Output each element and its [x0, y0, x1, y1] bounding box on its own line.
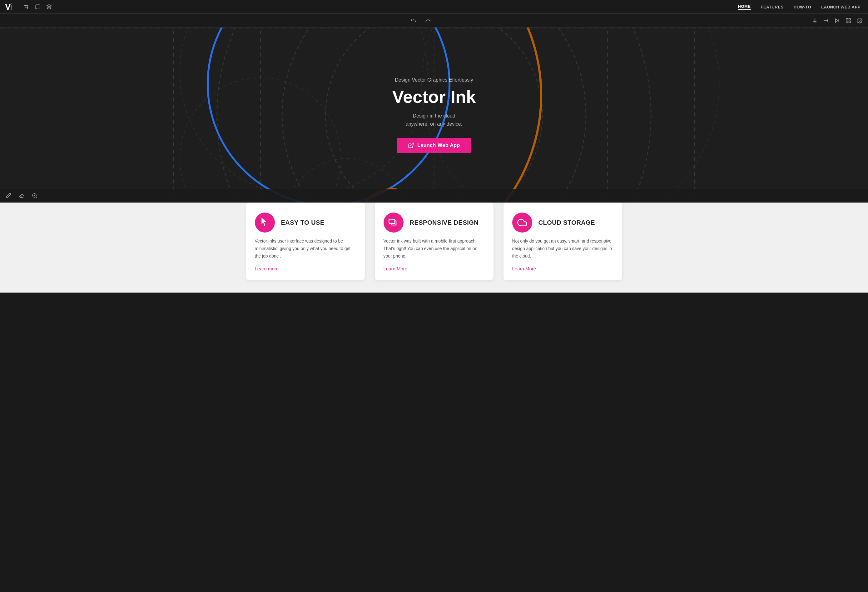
settings-icon[interactable] [856, 17, 863, 24]
svg-line-34 [410, 143, 413, 146]
feature-card-responsive: RESPONSIVE DESIGN Vector ink was built w… [375, 203, 493, 280]
main-nav: HOME FEATURES HOW-TO LAUNCH WEB APP [738, 0, 868, 14]
feature-title-responsive: RESPONSIVE DESIGN [410, 219, 479, 226]
hero-description: Design in the cloudanywhere, on any devi… [392, 112, 476, 128]
hero-content: Design Vector Graphics Effortlessly Vect… [392, 77, 476, 153]
cloud-icon-circle [512, 213, 532, 232]
launch-icon [408, 142, 414, 148]
toolbar2-right [811, 17, 863, 24]
nav-item-features[interactable]: FEATURES [761, 5, 784, 9]
crop-icon[interactable] [23, 3, 30, 10]
logo-v: V [5, 2, 10, 12]
nav-item-launch[interactable]: LAUNCH WEB APP [821, 5, 861, 9]
devices-icon [388, 218, 399, 228]
zoom-out-icon[interactable] [31, 192, 38, 199]
hero-section: Design Vector Graphics Effortlessly Vect… [0, 28, 868, 203]
easy-to-use-icon-circle [255, 213, 275, 232]
top-toolbar: Vi HOME FEATURES HOW-TO LAUNCH WEB APP [0, 0, 868, 14]
toolbar2-center [410, 17, 431, 24]
cloud-icon [517, 218, 527, 228]
feature-header-responsive: RESPONSIVE DESIGN [384, 213, 485, 232]
feature-card-easy-to-use: EASY TO USE Vector Inks user interface w… [246, 203, 365, 280]
feature-header-cloud: CLOUD STORAGE [512, 213, 613, 232]
pencil-icon[interactable] [5, 192, 12, 199]
comment-icon[interactable] [34, 3, 41, 10]
toolbar-tools [23, 3, 52, 10]
feature-desc-cloud: Not only do you get an easy, smart, and … [512, 238, 613, 260]
svg-rect-12 [846, 21, 848, 22]
undo-button[interactable] [410, 17, 417, 24]
logo-i: i [10, 2, 12, 12]
feature-header-easy: EASY TO USE [255, 213, 356, 232]
layers-icon[interactable] [46, 3, 52, 10]
feature-link-cloud[interactable]: Learn More [512, 266, 613, 271]
feature-link-responsive[interactable]: Learn More [384, 266, 485, 271]
svg-rect-10 [846, 18, 848, 20]
hero-title: Vector Ink [392, 87, 476, 107]
svg-rect-13 [849, 21, 850, 22]
svg-line-36 [35, 197, 37, 198]
svg-rect-38 [389, 219, 395, 223]
launch-app-button[interactable]: Launch Web App [397, 138, 471, 153]
toolbar-left: Vi [5, 2, 52, 12]
align-icon[interactable] [811, 17, 818, 24]
redo-button[interactable] [424, 17, 431, 24]
eraser-icon[interactable] [18, 192, 25, 199]
distribute-icon[interactable] [822, 17, 829, 24]
svg-marker-0 [47, 4, 52, 7]
logo[interactable]: Vi [5, 2, 12, 12]
grid-icon[interactable] [845, 17, 852, 24]
bottom-toolbar [0, 189, 868, 203]
feature-link-easy[interactable]: Learn more [255, 266, 356, 271]
feature-title-cloud: CLOUD STORAGE [539, 219, 595, 226]
nav-item-home[interactable]: HOME [738, 4, 751, 10]
nav-item-howto[interactable]: HOW-TO [794, 5, 812, 9]
secondary-toolbar [0, 14, 868, 28]
svg-point-27 [180, 28, 428, 196]
skip-icon[interactable] [834, 17, 840, 24]
cursor-icon [260, 218, 270, 228]
svg-marker-8 [836, 19, 838, 22]
feature-card-cloud: CLOUD STORAGE Not only do you get an eas… [503, 203, 622, 280]
features-section: EASY TO USE Vector Inks user interface w… [0, 203, 868, 293]
feature-desc-easy: Vector Inks user interface was designed … [255, 238, 356, 260]
responsive-icon-circle [384, 213, 403, 232]
hero-subtitle: Design Vector Graphics Effortlessly [392, 77, 476, 83]
feature-desc-responsive: Vector ink was built with a mobile-first… [384, 238, 485, 260]
feature-title-easy: EASY TO USE [281, 219, 325, 226]
svg-point-14 [859, 20, 861, 21]
svg-rect-11 [849, 18, 850, 20]
